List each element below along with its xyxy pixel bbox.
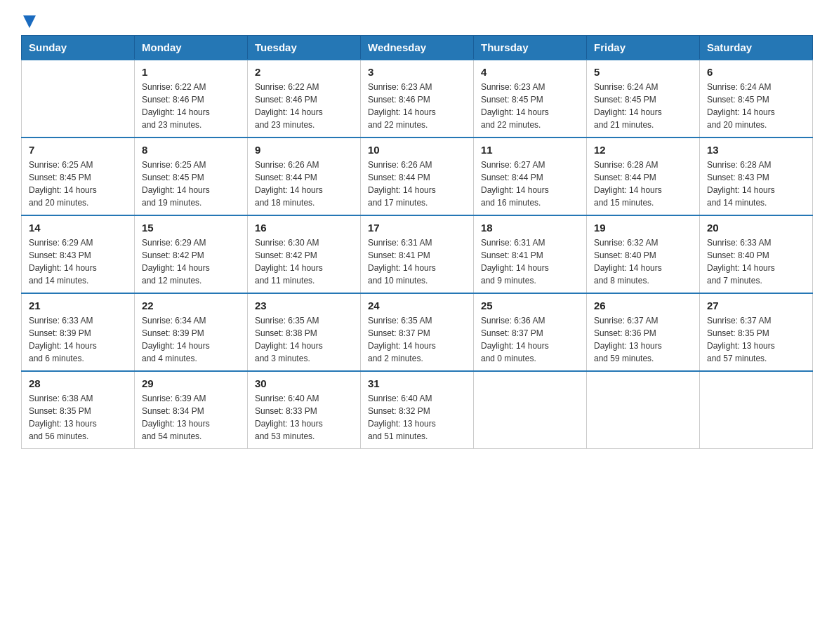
column-header-thursday: Thursday — [474, 36, 587, 60]
calendar-week-row: 7Sunrise: 6:25 AM Sunset: 8:45 PM Daylig… — [22, 137, 813, 215]
day-info: Sunrise: 6:40 AM Sunset: 8:33 PM Dayligh… — [255, 392, 353, 443]
day-info: Sunrise: 6:36 AM Sunset: 8:37 PM Dayligh… — [481, 314, 579, 365]
day-info: Sunrise: 6:24 AM Sunset: 8:45 PM Dayligh… — [707, 81, 805, 131]
day-info: Sunrise: 6:34 AM Sunset: 8:39 PM Dayligh… — [142, 314, 240, 365]
calendar-week-row: 14Sunrise: 6:29 AM Sunset: 8:43 PM Dayli… — [22, 215, 813, 293]
day-info: Sunrise: 6:29 AM Sunset: 8:42 PM Dayligh… — [142, 236, 240, 287]
calendar-cell: 9Sunrise: 6:26 AM Sunset: 8:44 PM Daylig… — [248, 137, 361, 215]
calendar-cell — [474, 371, 587, 449]
day-number: 25 — [481, 300, 579, 311]
day-number: 18 — [481, 222, 579, 234]
calendar-cell: 11Sunrise: 6:27 AM Sunset: 8:44 PM Dayli… — [474, 137, 587, 215]
column-header-monday: Monday — [135, 36, 248, 60]
day-info: Sunrise: 6:22 AM Sunset: 8:46 PM Dayligh… — [255, 81, 353, 131]
day-number: 4 — [481, 66, 579, 78]
day-number: 10 — [368, 144, 466, 156]
calendar-cell: 7Sunrise: 6:25 AM Sunset: 8:45 PM Daylig… — [22, 137, 135, 215]
calendar-cell: 3Sunrise: 6:23 AM Sunset: 8:46 PM Daylig… — [361, 60, 474, 137]
calendar-cell — [587, 371, 700, 449]
calendar-cell: 6Sunrise: 6:24 AM Sunset: 8:45 PM Daylig… — [700, 60, 813, 137]
column-header-sunday: Sunday — [22, 36, 135, 60]
day-number: 9 — [255, 144, 353, 156]
day-info: Sunrise: 6:37 AM Sunset: 8:35 PM Dayligh… — [707, 314, 805, 365]
calendar-cell: 13Sunrise: 6:28 AM Sunset: 8:43 PM Dayli… — [700, 137, 813, 215]
day-info: Sunrise: 6:39 AM Sunset: 8:34 PM Dayligh… — [142, 392, 240, 443]
calendar-week-row: 1Sunrise: 6:22 AM Sunset: 8:46 PM Daylig… — [22, 60, 813, 137]
calendar-cell: 29Sunrise: 6:39 AM Sunset: 8:34 PM Dayli… — [135, 371, 248, 449]
calendar-week-row: 21Sunrise: 6:33 AM Sunset: 8:39 PM Dayli… — [22, 293, 813, 371]
calendar-cell: 17Sunrise: 6:31 AM Sunset: 8:41 PM Dayli… — [361, 215, 474, 293]
calendar-cell: 30Sunrise: 6:40 AM Sunset: 8:33 PM Dayli… — [248, 371, 361, 449]
calendar-cell: 2Sunrise: 6:22 AM Sunset: 8:46 PM Daylig… — [248, 60, 361, 137]
day-number: 24 — [368, 300, 466, 311]
column-header-tuesday: Tuesday — [248, 36, 361, 60]
calendar-cell: 5Sunrise: 6:24 AM Sunset: 8:45 PM Daylig… — [587, 60, 700, 137]
day-number: 7 — [29, 144, 127, 156]
day-info: Sunrise: 6:38 AM Sunset: 8:35 PM Dayligh… — [29, 392, 127, 443]
calendar-cell: 10Sunrise: 6:26 AM Sunset: 8:44 PM Dayli… — [361, 137, 474, 215]
calendar-cell: 21Sunrise: 6:33 AM Sunset: 8:39 PM Dayli… — [22, 293, 135, 371]
day-info: Sunrise: 6:32 AM Sunset: 8:40 PM Dayligh… — [594, 236, 692, 287]
day-number: 12 — [594, 144, 692, 156]
day-info: Sunrise: 6:22 AM Sunset: 8:46 PM Dayligh… — [142, 81, 240, 131]
day-info: Sunrise: 6:26 AM Sunset: 8:44 PM Dayligh… — [368, 159, 466, 209]
day-info: Sunrise: 6:28 AM Sunset: 8:43 PM Dayligh… — [707, 159, 805, 209]
calendar-week-row: 28Sunrise: 6:38 AM Sunset: 8:35 PM Dayli… — [22, 371, 813, 449]
day-info: Sunrise: 6:23 AM Sunset: 8:45 PM Dayligh… — [481, 81, 579, 131]
day-number: 16 — [255, 222, 353, 234]
day-number: 21 — [29, 300, 127, 311]
calendar-cell: 1Sunrise: 6:22 AM Sunset: 8:46 PM Daylig… — [135, 60, 248, 137]
day-info: Sunrise: 6:28 AM Sunset: 8:44 PM Dayligh… — [594, 159, 692, 209]
svg-marker-0 — [23, 15, 36, 28]
column-header-saturday: Saturday — [700, 36, 813, 60]
day-info: Sunrise: 6:25 AM Sunset: 8:45 PM Dayligh… — [29, 159, 127, 209]
day-number: 22 — [142, 300, 240, 311]
calendar-cell: 22Sunrise: 6:34 AM Sunset: 8:39 PM Dayli… — [135, 293, 248, 371]
calendar-table: SundayMondayTuesdayWednesdayThursdayFrid… — [21, 35, 813, 449]
day-number: 29 — [142, 377, 240, 389]
day-number: 5 — [594, 66, 692, 78]
day-number: 13 — [707, 144, 805, 156]
day-info: Sunrise: 6:37 AM Sunset: 8:36 PM Dayligh… — [594, 314, 692, 365]
day-info: Sunrise: 6:29 AM Sunset: 8:43 PM Dayligh… — [29, 236, 127, 287]
day-number: 19 — [594, 222, 692, 234]
calendar-cell — [22, 60, 135, 137]
day-number: 8 — [142, 144, 240, 156]
day-number: 27 — [707, 300, 805, 311]
calendar-cell: 8Sunrise: 6:25 AM Sunset: 8:45 PM Daylig… — [135, 137, 248, 215]
day-info: Sunrise: 6:27 AM Sunset: 8:44 PM Dayligh… — [481, 159, 579, 209]
column-header-wednesday: Wednesday — [361, 36, 474, 60]
day-number: 30 — [255, 377, 353, 389]
day-info: Sunrise: 6:30 AM Sunset: 8:42 PM Dayligh… — [255, 236, 353, 287]
calendar-cell: 26Sunrise: 6:37 AM Sunset: 8:36 PM Dayli… — [587, 293, 700, 371]
day-number: 15 — [142, 222, 240, 234]
day-info: Sunrise: 6:31 AM Sunset: 8:41 PM Dayligh… — [368, 236, 466, 287]
day-number: 3 — [368, 66, 466, 78]
calendar-cell: 24Sunrise: 6:35 AM Sunset: 8:37 PM Dayli… — [361, 293, 474, 371]
calendar-cell: 25Sunrise: 6:36 AM Sunset: 8:37 PM Dayli… — [474, 293, 587, 371]
calendar-cell: 12Sunrise: 6:28 AM Sunset: 8:44 PM Dayli… — [587, 137, 700, 215]
calendar-cell: 20Sunrise: 6:33 AM Sunset: 8:40 PM Dayli… — [700, 215, 813, 293]
day-info: Sunrise: 6:25 AM Sunset: 8:45 PM Dayligh… — [142, 159, 240, 209]
day-info: Sunrise: 6:23 AM Sunset: 8:46 PM Dayligh… — [368, 81, 466, 131]
day-info: Sunrise: 6:24 AM Sunset: 8:45 PM Dayligh… — [594, 81, 692, 131]
day-number: 31 — [368, 377, 466, 389]
calendar-cell: 14Sunrise: 6:29 AM Sunset: 8:43 PM Dayli… — [22, 215, 135, 293]
calendar-cell: 23Sunrise: 6:35 AM Sunset: 8:38 PM Dayli… — [248, 293, 361, 371]
calendar-cell: 4Sunrise: 6:23 AM Sunset: 8:45 PM Daylig… — [474, 60, 587, 137]
day-number: 1 — [142, 66, 240, 78]
day-number: 2 — [255, 66, 353, 78]
day-number: 26 — [594, 300, 692, 311]
logo — [21, 14, 36, 28]
logo-arrow-icon — [23, 15, 36, 28]
day-number: 17 — [368, 222, 466, 234]
page-header — [21, 14, 813, 28]
calendar-cell: 19Sunrise: 6:32 AM Sunset: 8:40 PM Dayli… — [587, 215, 700, 293]
day-info: Sunrise: 6:31 AM Sunset: 8:41 PM Dayligh… — [481, 236, 579, 287]
day-info: Sunrise: 6:35 AM Sunset: 8:37 PM Dayligh… — [368, 314, 466, 365]
day-info: Sunrise: 6:33 AM Sunset: 8:39 PM Dayligh… — [29, 314, 127, 365]
day-number: 11 — [481, 144, 579, 156]
day-number: 6 — [707, 66, 805, 78]
day-number: 20 — [707, 222, 805, 234]
calendar-cell — [700, 371, 813, 449]
